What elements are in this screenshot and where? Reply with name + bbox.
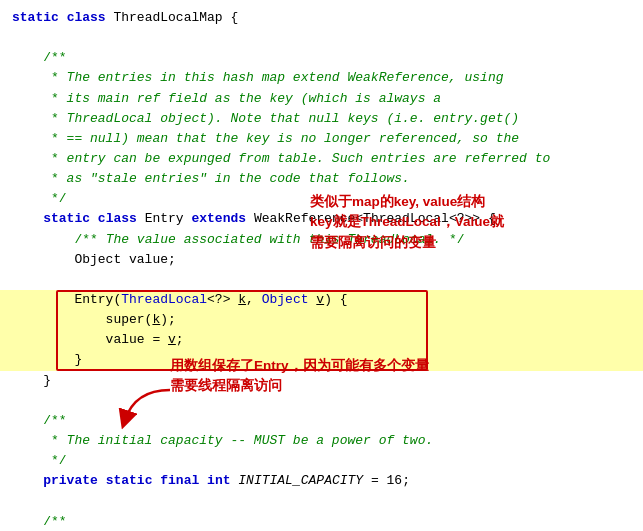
code-line-17: value = v; — [12, 330, 631, 350]
code-line-15: Entry(ThreadLocal<?> k, Object v) { — [12, 290, 631, 310]
code-line-5: * its main ref field as the key (which i… — [12, 89, 631, 109]
code-line-3: /** — [12, 48, 631, 68]
code-line-4: * The entries in this hash map extend We… — [12, 68, 631, 88]
code-line-25 — [12, 491, 631, 511]
code-line-9: * as "stale entries" in the code that fo… — [12, 169, 631, 189]
code-line-8: * entry can be expunged from table. Such… — [12, 149, 631, 169]
code-line-16: super(k); — [12, 310, 631, 330]
code-line-14 — [12, 270, 631, 290]
code-line-23: */ — [12, 451, 631, 471]
code-line-24: private static final int INITIAL_CAPACIT… — [12, 471, 631, 491]
code-line-22: * The initial capacity -- MUST be a powe… — [12, 431, 631, 451]
code-line-1: static class ThreadLocalMap { — [12, 8, 631, 28]
code-line-6: * ThreadLocal object). Note that null ke… — [12, 109, 631, 129]
code-viewer: static class ThreadLocalMap { /** * The … — [0, 0, 643, 531]
code-line-7: * == null) mean that the key is no longe… — [12, 129, 631, 149]
code-line-26: /** — [12, 512, 631, 531]
code-line-21: /** — [12, 411, 631, 431]
entry-annotation: 类似于map的key, value结构 key就是ThreadLocal，Val… — [310, 192, 504, 253]
array-annotation: 用数组保存了Entry，因为可能有多个变量 需要线程隔离访问 — [170, 356, 429, 397]
code-line-2 — [12, 28, 631, 48]
